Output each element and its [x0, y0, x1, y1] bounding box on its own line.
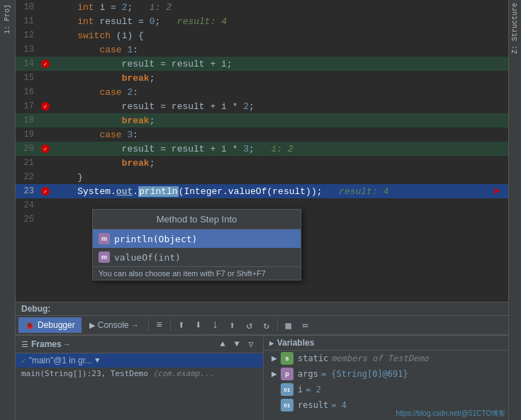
watermark: https://blog.csdn.net/@51CTO博客 [396, 409, 505, 419]
step-into-title: Method to Step Into [93, 210, 301, 229]
var-value-static: members of TestDemo [331, 353, 428, 363]
debug-toolbar: 🐞 Debugger ▶ Console → ≡ ⬆ ⬇ ↓ ⬆ ↺ ↻ ▦ [16, 316, 508, 335]
line-content-15: break; [52, 73, 508, 84]
var-name-i: i [298, 385, 303, 395]
line-content-13: case 1: [52, 45, 508, 55]
line-num-11: 11 [16, 16, 38, 26]
frame-detail: main(String[]):23, TestDemo (com.examp..… [16, 368, 263, 380]
toolbar-btn-trace[interactable]: ≔ [298, 317, 313, 333]
right-sidebar: Z: Structure [508, 0, 521, 420]
var-type-icon-result: 01 [281, 399, 293, 412]
var-type-icon-p: p [281, 368, 293, 380]
toolbar-btn-watch[interactable]: ▦ [281, 317, 296, 333]
debug-label: Debug: [21, 304, 50, 314]
line-num-25: 25 [16, 215, 38, 225]
line-content-19: case 3: [52, 130, 508, 140]
frame-check-icon: ✓ [21, 356, 26, 365]
debug-label-bar: Debug: [16, 302, 508, 316]
line-num-24: 24 [16, 200, 38, 210]
var-expand-args[interactable]: ▶ [269, 368, 279, 380]
var-value-result: = 4 [331, 400, 347, 410]
code-line-19: 19 case 3: [16, 127, 508, 142]
line-num-16: 16 [16, 87, 38, 97]
line-content-18: break; [52, 115, 508, 126]
frames-filter-btn[interactable]: ▽ [245, 338, 257, 351]
toolbar-btn-reset[interactable]: ↺ [242, 317, 257, 333]
var-item-static: ▶ s static members of TestDemo [264, 351, 508, 366]
line-num-14: 14 [16, 59, 38, 69]
toolbar-btn-menu[interactable]: ≡ [152, 317, 167, 333]
frame-dropdown-icon[interactable]: ▼ [95, 356, 100, 365]
toolbar-btn-run-cursor[interactable]: ⬆ [225, 317, 240, 333]
toolbar-sep-2 [170, 319, 171, 331]
line-num-20: 20 [16, 144, 38, 154]
var-item-i: ▶ 01 i = 2 [264, 382, 508, 397]
bottom-panels: ☰ Frames → ▲ ▼ ▽ ✓ "main"@1 in gr... ▼ [16, 335, 508, 420]
tab-console[interactable]: ▶ Console → [83, 317, 145, 333]
variables-panel: ▶ Variables ▶ s static members of TestDe… [264, 336, 508, 420]
tab-console-label: Console [98, 320, 129, 330]
code-line-21: 21 break; [16, 156, 508, 170]
line-content-10: int i = 2; i: 2 [52, 2, 508, 13]
frames-arrow: → [65, 340, 69, 348]
line-content-17: result = result + i * 2; [52, 101, 508, 112]
frames-down-btn[interactable]: ▼ [230, 338, 243, 351]
line-content-22: } [52, 172, 508, 183]
code-line-13: 13 case 1: [16, 42, 508, 57]
line-num-12: 12 [16, 30, 38, 40]
toolbar-btn-resume[interactable]: ↻ [259, 317, 274, 333]
sidebar-label-left: 1: Proj [4, 4, 11, 34]
var-type-icon-s: s [281, 352, 293, 365]
frames-panel-header: ☰ Frames → ▲ ▼ ▽ [16, 336, 263, 353]
code-line-22: 22 } [16, 170, 508, 184]
console-arrow: → [131, 321, 139, 329]
line-content-23: System.out.println(Integer.valueOf(resul… [52, 186, 508, 197]
var-item-args: ▶ p args = {String[0]@691} [264, 366, 508, 382]
code-line-20: 20 result = result + i * 3; i: 2 [16, 142, 508, 156]
line-num-18: 18 [16, 115, 38, 125]
frame-name-main: "main"@1 in gr... [29, 356, 92, 365]
variables-panel-header: ▶ Variables [264, 336, 508, 351]
left-sidebar: 1: Proj [0, 0, 16, 420]
line-num-13: 13 [16, 45, 38, 55]
var-type-icon-i: 01 [281, 383, 293, 396]
code-editor: 10 int i = 2; i: 2 11 int result = 0; re… [16, 0, 508, 302]
line-content-20: result = result + i * 3; i: 2 [52, 144, 508, 154]
var-value-i: = 2 [306, 385, 321, 395]
code-line-12: 12 switch (i) { [16, 28, 508, 42]
code-line-10: 10 int i = 2; i: 2 [16, 0, 508, 14]
frames-up-btn[interactable]: ▲ [216, 338, 229, 351]
line-num-10: 10 [16, 2, 38, 12]
code-line-23: 23 System.out.println(Integer.valueOf(re… [16, 184, 508, 198]
frame-item-main[interactable]: ✓ "main"@1 in gr... ▼ [16, 353, 263, 368]
line-content-14: result = result + i; [52, 59, 508, 69]
var-expand-static[interactable]: ▶ [269, 353, 279, 364]
arrow-indicator: ➤ [493, 183, 501, 200]
toolbar-sep-1 [148, 319, 149, 331]
variables-header-icon: ▶ [269, 339, 274, 348]
content-area: 10 int i = 2; i: 2 11 int result = 0; re… [16, 0, 508, 420]
code-line-18: 18 break; [16, 113, 508, 127]
console-icon: ▶ [89, 321, 95, 330]
method-icon-1: m [99, 251, 110, 263]
line-num-22: 22 [16, 172, 38, 182]
var-value-args: = {String[0]@691} [321, 369, 408, 379]
toolbar-btn-step-out[interactable]: ↓ [208, 317, 223, 333]
step-into-item-0[interactable]: m println(Object) [93, 229, 301, 248]
code-line-16: 16 case 2: [16, 85, 508, 99]
code-line-15: 15 break; [16, 71, 508, 85]
toolbar-sep-3 [277, 319, 278, 331]
frames-actions: ▲ ▼ ▽ [216, 338, 257, 351]
toolbar-btn-step-into[interactable]: ⬇ [191, 317, 206, 333]
gutter-17 [38, 102, 52, 110]
var-name-static: static [298, 353, 328, 363]
step-into-item-1[interactable]: m valueOf(int) [93, 248, 301, 266]
breakpoint-17 [41, 102, 50, 110]
tab-debugger[interactable]: 🐞 Debugger [18, 317, 82, 333]
step-into-hint: You can also choose an item with F7 or S… [93, 266, 301, 280]
toolbar-btn-step-over[interactable]: ⬆ [174, 317, 189, 333]
line-num-19: 19 [16, 130, 38, 140]
line-content-21: break; [52, 158, 508, 169]
sidebar-label-right: Z: Structure [511, 3, 519, 54]
debugger-icon: 🐞 [25, 321, 35, 330]
